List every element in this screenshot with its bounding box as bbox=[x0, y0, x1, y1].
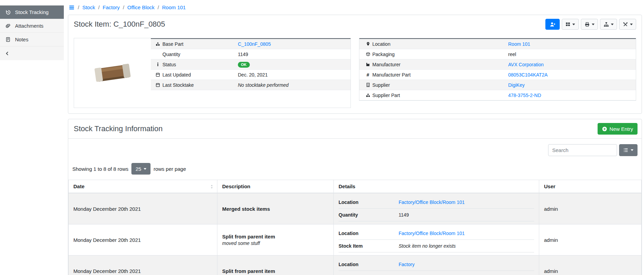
item-location-table: Location Room 101 Packaging reel bbox=[359, 38, 636, 100]
tools-icon bbox=[623, 22, 628, 27]
breadcrumb-separator: / bbox=[158, 4, 159, 10]
status-badge: OK bbox=[238, 62, 250, 68]
menu-icon[interactable] bbox=[69, 4, 75, 11]
table-row: Monday December 20th 2021 Merged stock i… bbox=[69, 193, 642, 224]
detail-label: Packaging bbox=[372, 52, 508, 57]
detail-row-last-stocktake: Last Stocktake No stocktake performed bbox=[151, 80, 350, 90]
barcode-actions-dropdown[interactable] bbox=[562, 19, 579, 30]
detail-row-supplier-part: Supplier Part 478-3755-2-ND bbox=[359, 90, 636, 100]
manufacturer-part-link[interactable]: 08053C104KAT2A bbox=[508, 72, 636, 78]
date-cell: Monday December 20th 2021 bbox=[69, 256, 217, 275]
sidebar: Stock Tracking Attachments Notes bbox=[0, 5, 64, 60]
detail-location-link[interactable]: Factory/Office Block/Room 101 bbox=[399, 231, 534, 236]
showing-rows-text: Showing 1 to 8 of 8 rows bbox=[72, 166, 128, 172]
location-link[interactable]: Room 101 bbox=[508, 41, 636, 47]
detail-label: Manufacturer bbox=[372, 62, 508, 67]
capacitor-image bbox=[94, 59, 132, 87]
detail-subrow: Stock Item Stock item no longer exists bbox=[339, 240, 534, 252]
note-icon bbox=[5, 37, 11, 42]
supplier-link[interactable]: DigiKey bbox=[508, 82, 636, 88]
calendar-icon bbox=[153, 83, 162, 87]
table-toolbar bbox=[68, 139, 642, 156]
sidebar-item-attachments[interactable]: Attachments bbox=[0, 19, 64, 33]
stock-actions-button[interactable] bbox=[545, 19, 560, 30]
building-icon bbox=[363, 83, 372, 87]
date-cell: Monday December 20th 2021 bbox=[69, 224, 217, 256]
packaging-value: reel bbox=[508, 52, 636, 57]
breadcrumb-link-room-101[interactable]: Room 101 bbox=[162, 4, 186, 10]
breadcrumb-separator: / bbox=[98, 4, 100, 10]
detail-subrow: Location Factory/Office Block/Room 101 bbox=[339, 196, 534, 209]
detail-row-base-part: Base Part C_100nF_0805 bbox=[151, 39, 350, 49]
stock-options-dropdown[interactable] bbox=[600, 19, 617, 30]
stock-tracking-card: Stock Tracking Information New Entry Sho… bbox=[68, 119, 642, 275]
detail-location-link[interactable]: Factory/Office Block/Room 101 bbox=[399, 200, 534, 205]
chevron-down-icon bbox=[631, 149, 633, 151]
page-size-dropdown[interactable]: 25 bbox=[131, 163, 151, 175]
description-cell: Split from parent item bbox=[217, 256, 334, 275]
detail-location-link[interactable]: Factory bbox=[399, 262, 534, 267]
sidebar-collapse-button[interactable] bbox=[0, 46, 64, 60]
sidebar-item-stock-tracking[interactable]: Stock Tracking bbox=[0, 5, 64, 19]
detail-label: Supplier bbox=[372, 82, 508, 88]
user-cell: admin bbox=[539, 193, 642, 224]
detail-label: Manufacturer Part bbox=[372, 72, 508, 78]
detail-subrow: Stock Item Stock item no longer exists bbox=[339, 271, 534, 275]
item-summary-table: Base Part C_100nF_0805 Quantity 1149 Sta… bbox=[151, 38, 350, 108]
print-actions-dropdown[interactable] bbox=[581, 19, 598, 30]
page-title: Stock Item: C_100nF_0805 bbox=[74, 20, 165, 29]
user-cell: admin bbox=[539, 256, 642, 275]
details-cell: Location Factory/Office Block/Room 101 Q… bbox=[334, 193, 539, 224]
breadcrumb-link-stock[interactable]: Stock bbox=[82, 4, 95, 10]
grid-icon bbox=[566, 22, 570, 27]
paperclip-icon bbox=[5, 23, 11, 28]
columns-dropdown-button[interactable] bbox=[619, 144, 638, 156]
part-image[interactable] bbox=[74, 38, 151, 108]
column-header-user: User bbox=[539, 180, 642, 193]
box-icon bbox=[363, 52, 372, 56]
search-input[interactable] bbox=[548, 144, 617, 156]
breadcrumb-link-factory[interactable]: Factory bbox=[103, 4, 120, 10]
detail-label: Base Part bbox=[162, 41, 238, 47]
edit-actions-dropdown[interactable] bbox=[619, 19, 636, 30]
breadcrumb-separator: / bbox=[78, 4, 79, 10]
sidebar-item-notes[interactable]: Notes bbox=[0, 33, 64, 46]
sidebar-item-label: Stock Tracking bbox=[15, 9, 48, 15]
main-content: / Stock / Factory / Office Block / Room … bbox=[68, 0, 642, 275]
plus-circle-icon bbox=[602, 126, 607, 132]
sidebar-item-label: Notes bbox=[15, 37, 28, 42]
list-icon bbox=[623, 148, 628, 153]
printer-icon bbox=[585, 22, 590, 27]
stock-item-card: Stock Item: C_100nF_0805 bbox=[68, 15, 642, 114]
new-entry-button[interactable]: New Entry bbox=[598, 123, 638, 135]
chevron-down-icon bbox=[572, 24, 575, 25]
manufacturer-link[interactable]: AVX Corporation bbox=[508, 62, 636, 67]
detail-label: Status bbox=[162, 62, 238, 67]
base-part-link[interactable]: C_100nF_0805 bbox=[238, 41, 350, 47]
column-header-date[interactable]: Date bbox=[69, 180, 217, 193]
details-cell: Location Factory Stock Item Stock item n… bbox=[334, 256, 539, 275]
shapes-icon bbox=[153, 42, 162, 46]
breadcrumb-link-office-block[interactable]: Office Block bbox=[127, 4, 155, 10]
table-row: Monday December 20th 2021 Split from par… bbox=[69, 256, 642, 275]
history-icon bbox=[5, 10, 11, 15]
hash-icon: # bbox=[363, 72, 372, 77]
sitemap-icon bbox=[604, 22, 609, 27]
supplier-part-link[interactable]: 478-3755-2-ND bbox=[508, 93, 636, 98]
rows-per-page-text: rows per page bbox=[154, 166, 186, 172]
table-row: Monday December 20th 2021 Split from par… bbox=[69, 224, 642, 256]
detail-subrow: Quantity 1149 bbox=[339, 209, 534, 221]
description-cell: Merged stock items bbox=[217, 193, 334, 224]
stock-item-toolbar bbox=[545, 19, 636, 30]
detail-label: Last Updated bbox=[162, 72, 238, 78]
detail-label: Last Stocktake bbox=[162, 82, 238, 88]
pagination-bar: Showing 1 to 8 of 8 rows 25 rows per pag… bbox=[68, 163, 642, 175]
quantity-value: 1149 bbox=[238, 52, 350, 57]
details-cell: Location Factory/Office Block/Room 101 S… bbox=[334, 224, 539, 256]
sort-icon bbox=[210, 184, 214, 189]
detail-label: Quantity bbox=[162, 52, 238, 57]
detail-row-quantity: Quantity 1149 bbox=[151, 49, 350, 59]
calendar-icon bbox=[153, 72, 162, 77]
detail-row-manufacturer-part: # Manufacturer Part 08053C104KAT2A bbox=[359, 70, 636, 80]
detail-row-location: Location Room 101 bbox=[359, 39, 636, 49]
